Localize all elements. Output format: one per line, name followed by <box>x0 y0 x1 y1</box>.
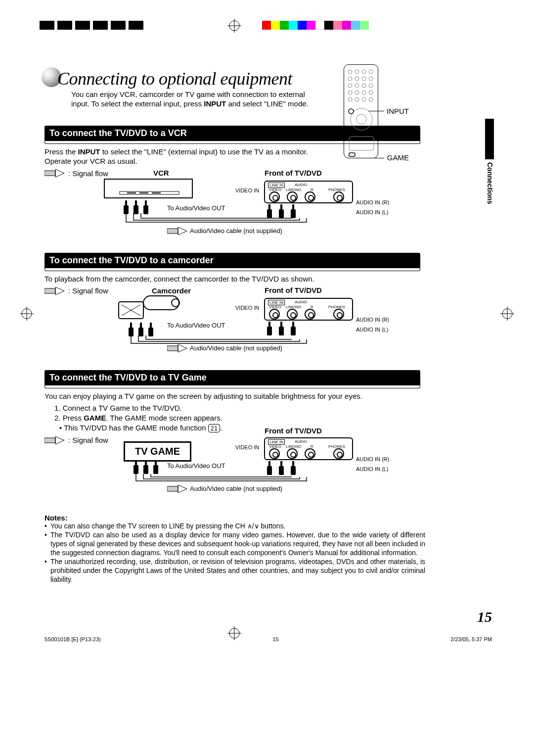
game-front-panel: LINE IN AUDIO VIDEO L/MONO R PHONES <box>264 437 353 460</box>
vcr-cable-arrow-icon <box>167 227 187 236</box>
cam-audio-l-label: AUDIO IN (L) <box>356 327 388 332</box>
cam-video-in-label: VIDEO IN <box>235 305 259 311</box>
game-cable-line <box>134 474 312 486</box>
game-text: You can enjoy playing a TV game on the s… <box>44 391 420 401</box>
game-cable-arrow-icon <box>167 485 187 494</box>
note-1: You can also change the TV screen to LIN… <box>44 522 425 531</box>
vcr-audio-l-label: AUDIO IN (L) <box>356 209 388 215</box>
intro-input-bold: INPUT <box>204 99 226 108</box>
registration-mark-right <box>500 307 514 321</box>
jack-video <box>269 309 280 320</box>
svg-point-16 <box>348 77 352 81</box>
cam-front-label: Front of TV/DVD <box>265 286 322 294</box>
svg-point-13 <box>355 70 359 74</box>
game-step-1: 1. Connect a TV Game to the TV/DVD. <box>54 403 492 413</box>
note-2: The TV/DVD can also be used as a display… <box>44 531 425 558</box>
svg-rect-41 <box>139 192 148 193</box>
svg-rect-45 <box>44 288 55 293</box>
svg-point-25 <box>355 91 359 94</box>
side-tab-label: Connections <box>486 162 494 204</box>
jack-phones <box>333 448 344 459</box>
tiny-r: R <box>311 188 313 192</box>
remote-game-leader <box>374 158 384 158</box>
svg-marker-38 <box>55 169 64 177</box>
svg-rect-47 <box>143 296 179 310</box>
cam-front-panel: LINE IN AUDIO VIDEO L/MONO R PHONES <box>264 298 353 321</box>
remote-input-label: INPUT <box>387 107 409 115</box>
vcr-front-label: Front of TV/DVD <box>265 169 322 177</box>
vcr-text-bold: INPUT <box>78 147 100 156</box>
registration-mark-top <box>227 19 241 33</box>
footer-center: 15 <box>272 636 278 642</box>
game-bullet-a: • This TV/DVD has the GAME mode function <box>59 424 208 432</box>
game-front-label: Front of TV/DVD <box>265 426 322 435</box>
remote-illustration <box>344 64 378 158</box>
jack-video <box>269 191 280 202</box>
registration-mark-left <box>20 307 34 321</box>
intro-line2a: input. To select the external input, pre… <box>71 99 204 108</box>
page-content: Connections Connecting to optional equip… <box>44 64 492 628</box>
cam-diagram: Front of TV/DVD LINE IN AUDIO VIDEO L/MO… <box>44 296 420 365</box>
intro-text: You can enjoy VCR, camcorder or TV game … <box>71 90 309 109</box>
vcr-plugs-left <box>124 200 148 214</box>
section-frame-game <box>44 385 420 388</box>
game-step2-bold: GAME <box>84 414 106 422</box>
vcr-front-panel: LINE IN AUDIO VIDEO L/MONO R PHONES <box>264 181 353 203</box>
cam-audio-r-label: AUDIO IN (R) <box>356 317 389 323</box>
svg-point-12 <box>348 70 352 74</box>
cam-plugs-left <box>129 323 153 336</box>
cam-signal-flow-label: : Signal flow <box>68 286 108 295</box>
svg-rect-42 <box>152 192 161 193</box>
side-tab-block <box>485 119 494 159</box>
signal-flow-arrow-icon <box>44 436 64 444</box>
intro-line1: You can enjoy VCR, camcorder or TV game … <box>71 90 305 98</box>
vcr-audio-r-label: AUDIO IN (R) <box>356 199 389 205</box>
jack-r <box>305 191 315 202</box>
cam-text: To playback from the camcorder, connect … <box>44 274 420 284</box>
signal-flow-arrow-icon <box>44 287 64 295</box>
printer-colorbar-right <box>262 21 369 30</box>
note-3: The unauthorized recording, use, distrib… <box>44 558 425 584</box>
notes-list: You can also change the TV screen to LIN… <box>44 522 425 584</box>
tiny-lmono: L/MONO <box>286 188 302 192</box>
jack-lmono <box>287 191 298 202</box>
svg-point-27 <box>369 91 373 94</box>
svg-point-31 <box>369 97 373 101</box>
game-step2-a: 2. Press <box>54 414 84 422</box>
cam-plugs-right <box>267 322 296 335</box>
remote-game-label: GAME <box>387 153 409 162</box>
vcr-text-a: Press the <box>44 147 78 156</box>
cam-to-av-out: To Audio/Video OUT <box>167 322 225 329</box>
svg-point-33 <box>356 114 366 124</box>
jack-lmono <box>287 309 298 320</box>
svg-marker-57 <box>178 485 187 493</box>
svg-point-23 <box>369 84 373 88</box>
vcr-cable-line <box>124 213 312 228</box>
game-audio-r-label: AUDIO IN (R) <box>356 456 389 462</box>
jack-phones <box>333 191 344 202</box>
svg-marker-55 <box>55 436 64 444</box>
svg-marker-44 <box>178 227 187 235</box>
tiny-audio: AUDIO <box>295 300 307 304</box>
svg-point-29 <box>355 97 359 101</box>
svg-point-22 <box>362 84 366 88</box>
svg-point-17 <box>355 77 359 81</box>
svg-point-21 <box>355 84 359 88</box>
intro-line2c: and select "LINE" mode. <box>226 99 309 108</box>
svg-point-26 <box>362 91 366 94</box>
page-ref-badge: 21 <box>208 424 220 432</box>
svg-point-20 <box>348 84 352 88</box>
jack-r <box>305 448 315 459</box>
game-signal-flow-label: : Signal flow <box>68 436 108 444</box>
tiny-audio: AUDIO <box>295 183 307 187</box>
page-number: 15 <box>477 609 492 625</box>
svg-point-28 <box>348 97 352 101</box>
svg-point-14 <box>362 70 366 74</box>
vcr-diagram: VCR Front of TV/DVD LINE IN AUDIO VIDEO … <box>44 179 420 248</box>
jack-video <box>269 448 280 459</box>
svg-rect-56 <box>167 486 178 491</box>
tv-game-box: TV GAME <box>124 441 191 462</box>
vcr-to-av-out: To Audio/Video OUT <box>167 204 225 212</box>
footer-left: 5S00101B [E] (P13-23) <box>44 636 101 642</box>
svg-rect-40 <box>127 192 136 193</box>
